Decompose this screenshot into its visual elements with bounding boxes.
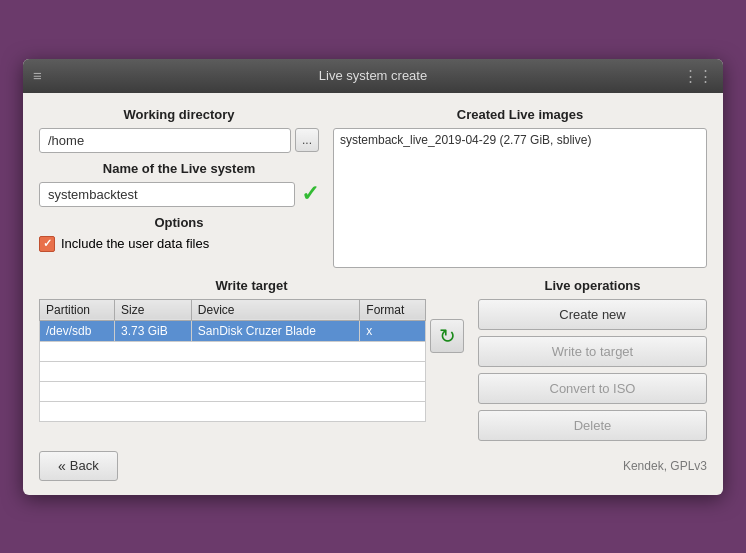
working-dir-input[interactable] bbox=[39, 128, 291, 153]
working-dir-title: Working directory bbox=[39, 107, 319, 122]
refresh-button[interactable]: ↻ bbox=[430, 319, 464, 353]
target-table: Partition Size Device Format /dev/sdb 3.… bbox=[39, 299, 426, 422]
footer: « Back Kendek, GPLv3 bbox=[39, 451, 707, 481]
name-section: Name of the Live system ✓ bbox=[39, 161, 319, 207]
write-to-target-button[interactable]: Write to target bbox=[478, 336, 707, 367]
cell-format: x bbox=[360, 320, 426, 341]
col-device: Device bbox=[191, 299, 360, 320]
include-user-data-row: Include the user data files bbox=[39, 236, 319, 252]
content-area: Working directory ... Name of the Live s… bbox=[23, 93, 723, 495]
col-partition: Partition bbox=[40, 299, 115, 320]
convert-to-iso-button[interactable]: Convert to ISO bbox=[478, 373, 707, 404]
credits-text: Kendek, GPLv3 bbox=[623, 459, 707, 473]
window-title: Live system create bbox=[319, 68, 427, 83]
cell-device: SanDisk Cruzer Blade bbox=[191, 320, 360, 341]
write-target-panel: Write target Partition Size Device Forma… bbox=[39, 278, 464, 441]
include-user-data-checkbox[interactable] bbox=[39, 236, 55, 252]
empty-row-1 bbox=[40, 341, 426, 361]
ops-buttons: Create new Write to target Convert to IS… bbox=[478, 299, 707, 441]
empty-row-3 bbox=[40, 381, 426, 401]
write-target-title: Write target bbox=[39, 278, 464, 293]
back-chevron-icon: « bbox=[58, 458, 66, 474]
titlebar-menu-icon[interactable]: ≡ bbox=[33, 67, 42, 84]
name-row: ✓ bbox=[39, 182, 319, 207]
empty-row-2 bbox=[40, 361, 426, 381]
top-section: Working directory ... Name of the Live s… bbox=[39, 107, 707, 268]
empty-row-4 bbox=[40, 401, 426, 421]
created-images-list[interactable]: systemback_live_2019-04-29 (2.77 GiB, sb… bbox=[333, 128, 707, 268]
back-button[interactable]: « Back bbox=[39, 451, 118, 481]
options-title: Options bbox=[39, 215, 319, 230]
table-header-row: Partition Size Device Format bbox=[40, 299, 426, 320]
table-and-refresh: Partition Size Device Format /dev/sdb 3.… bbox=[39, 299, 464, 422]
table-row[interactable]: /dev/sdb 3.73 GiB SanDisk Cruzer Blade x bbox=[40, 320, 426, 341]
main-window: ≡ Live system create ⋮⋮ Working director… bbox=[23, 59, 723, 495]
live-system-name-input[interactable] bbox=[39, 182, 295, 207]
titlebar: ≡ Live system create ⋮⋮ bbox=[23, 59, 723, 93]
name-valid-checkmark: ✓ bbox=[301, 183, 319, 205]
titlebar-actions-icon[interactable]: ⋮⋮ bbox=[683, 67, 713, 85]
right-panel: Created Live images systemback_live_2019… bbox=[333, 107, 707, 268]
create-new-button[interactable]: Create new bbox=[478, 299, 707, 330]
refresh-icon: ↻ bbox=[439, 324, 456, 348]
live-system-name-title: Name of the Live system bbox=[39, 161, 319, 176]
cell-partition: /dev/sdb bbox=[40, 320, 115, 341]
live-image-item[interactable]: systemback_live_2019-04-29 (2.77 GiB, sb… bbox=[340, 133, 591, 147]
live-ops-panel: Live operations Create new Write to targ… bbox=[478, 278, 707, 441]
bottom-section: Write target Partition Size Device Forma… bbox=[39, 278, 707, 441]
back-button-label: Back bbox=[70, 458, 99, 473]
left-panel: Working directory ... Name of the Live s… bbox=[39, 107, 319, 268]
created-images-title: Created Live images bbox=[333, 107, 707, 122]
col-format: Format bbox=[360, 299, 426, 320]
browse-button[interactable]: ... bbox=[295, 128, 319, 152]
working-dir-row: ... bbox=[39, 128, 319, 153]
delete-button[interactable]: Delete bbox=[478, 410, 707, 441]
live-ops-title: Live operations bbox=[478, 278, 707, 293]
table-wrapper: Partition Size Device Format /dev/sdb 3.… bbox=[39, 299, 426, 422]
include-user-data-label: Include the user data files bbox=[61, 236, 209, 251]
options-section: Options Include the user data files bbox=[39, 215, 319, 252]
col-size: Size bbox=[115, 299, 192, 320]
cell-size: 3.73 GiB bbox=[115, 320, 192, 341]
